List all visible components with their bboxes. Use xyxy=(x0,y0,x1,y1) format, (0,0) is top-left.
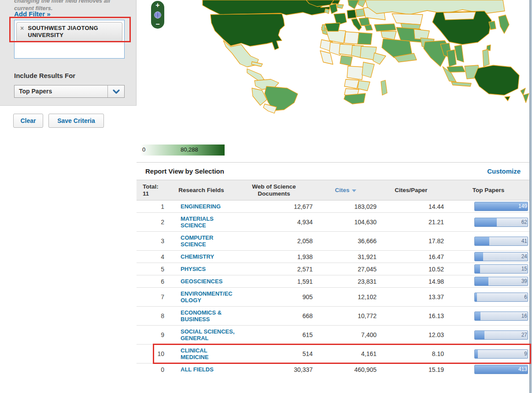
research-field-link[interactable]: COMPUTER SCIENCE xyxy=(181,232,235,250)
add-filter-link[interactable]: Add Filter » xyxy=(14,10,51,18)
table-row: 4CHEMISTRY1,93831,92116.4724 xyxy=(137,250,532,263)
research-field-link[interactable]: PHYSICS xyxy=(181,263,235,275)
cites-per-paper-cell: 17.82 xyxy=(377,237,445,245)
column-header-cites-per-paper[interactable]: Cites/Paper xyxy=(377,184,445,196)
top-papers-cell: 149 xyxy=(445,202,532,211)
field-cell: ENVIRONMENT/ECOLOGY xyxy=(168,288,234,306)
top-papers-bar-fill xyxy=(475,265,480,273)
top-papers-value: 9 xyxy=(524,351,527,357)
cites-cell: 36,666 xyxy=(314,237,377,245)
filter-tag[interactable]: × SOUTHWEST JIAOTONG UNIVERSITY xyxy=(16,22,122,42)
cites-cell: 23,831 xyxy=(314,278,377,285)
cites-per-paper-cell: 10.52 xyxy=(377,266,445,273)
legend-max-label: 80,288 xyxy=(181,146,198,153)
sort-desc-icon xyxy=(352,189,356,192)
top-papers-bar-fill xyxy=(475,252,483,261)
active-filter-box[interactable]: × SOUTHWEST JIAOTONG UNIVERSITY xyxy=(14,20,125,59)
wos-documents-cell: 2,058 xyxy=(234,237,314,245)
remove-filter-icon[interactable]: × xyxy=(20,25,24,32)
research-field-link[interactable]: ENVIRONMENT/ECOLOGY xyxy=(181,288,235,306)
table-row: 6GEOSCIENCES1,59123,83114.9839 xyxy=(137,275,532,287)
top-papers-cell: 62 xyxy=(445,218,532,227)
results-type-dropdown[interactable]: Top Papers xyxy=(14,85,125,98)
world-map-pane: + − 0 80,288 xyxy=(137,0,532,162)
research-field-link[interactable]: MATERIALS SCIENCE xyxy=(181,213,235,231)
top-papers-cell: 15 xyxy=(445,264,532,274)
top-papers-value: 16 xyxy=(521,313,527,319)
research-field-link[interactable]: CHEMISTRY xyxy=(181,251,235,263)
include-results-for-label: Include Results For xyxy=(14,72,75,79)
map-color-legend: 0 80,288 xyxy=(140,145,225,156)
top-papers-cell: 27 xyxy=(445,330,532,340)
clear-button[interactable]: Clear xyxy=(13,114,43,128)
column-header-wos-documents[interactable]: Web of Science Documents xyxy=(234,181,314,200)
research-field-link[interactable]: CLINICAL MEDICINE xyxy=(181,345,235,363)
top-papers-bar[interactable]: 413 xyxy=(474,365,528,374)
dropdown-button[interactable] xyxy=(107,85,124,97)
map-zoom-in-button[interactable]: + xyxy=(155,2,159,8)
top-papers-bar[interactable]: 24 xyxy=(474,252,528,261)
vertical-scrollbar[interactable] xyxy=(529,0,532,393)
top-papers-bar[interactable]: 149 xyxy=(474,202,528,211)
world-map-svg[interactable] xyxy=(137,0,532,161)
column-header-cites[interactable]: Cites xyxy=(314,184,377,196)
column-header-research-fields[interactable]: Research Fields xyxy=(168,184,234,196)
cites-per-paper-cell: 14.44 xyxy=(377,203,445,210)
top-papers-value: 6 xyxy=(524,294,527,300)
customize-link[interactable]: Customize xyxy=(487,167,532,175)
cites-cell: 27,045 xyxy=(314,266,377,273)
top-papers-bar[interactable]: 16 xyxy=(474,311,528,321)
rank-cell: 5 xyxy=(137,266,168,273)
research-field-link[interactable]: SOCIAL SCIENCES, GENERAL xyxy=(181,326,235,344)
top-papers-value: 149 xyxy=(518,203,527,209)
top-papers-bar[interactable]: 6 xyxy=(474,293,528,302)
cites-cell: 7,400 xyxy=(314,331,377,338)
cites-per-paper-cell: 16.13 xyxy=(377,312,445,319)
cites-cell: 12,102 xyxy=(314,293,377,300)
field-cell: MATERIALS SCIENCE xyxy=(168,213,234,231)
top-papers-bar[interactable]: 27 xyxy=(474,330,528,340)
research-field-link[interactable]: ENGINEERING xyxy=(181,200,235,212)
wos-documents-cell: 4,934 xyxy=(234,219,314,226)
top-papers-cell: 6 xyxy=(445,293,532,302)
cites-cell: 104,630 xyxy=(314,219,377,226)
top-papers-cell: 413 xyxy=(445,365,532,374)
top-papers-bar[interactable]: 41 xyxy=(474,237,528,246)
field-cell: ECONOMICS & BUSINESS xyxy=(168,307,234,325)
research-field-link[interactable]: GEOSCIENCES xyxy=(181,275,235,287)
filters-sidebar: changing the filter field removes all cu… xyxy=(0,0,137,393)
map-zoom-control[interactable]: + − xyxy=(151,1,164,29)
top-papers-bar-fill xyxy=(475,237,489,245)
table-row: 3COMPUTER SCIENCE2,05836,66617.8241 xyxy=(137,231,532,250)
filters-panel: changing the filter field removes all cu… xyxy=(0,0,137,106)
save-criteria-button[interactable]: Save Criteria xyxy=(48,114,104,128)
top-papers-bar[interactable]: 39 xyxy=(474,277,528,286)
map-zoom-out-button[interactable]: − xyxy=(155,21,159,27)
wos-documents-cell: 668 xyxy=(234,312,314,319)
top-papers-bar-fill xyxy=(475,331,484,339)
cites-per-paper-cell: 8.10 xyxy=(377,350,445,357)
table-row: 7ENVIRONMENT/ECOLOGY90512,10213.376 xyxy=(137,287,532,306)
research-field-link[interactable]: ALL FIELDS xyxy=(181,363,235,375)
chevron-down-icon xyxy=(113,89,120,94)
rank-cell: 9 xyxy=(137,331,168,338)
top-papers-bar-fill xyxy=(475,218,497,226)
research-field-link[interactable]: ECONOMICS & BUSINESS xyxy=(181,307,235,325)
cites-cell: 460,905 xyxy=(314,366,377,373)
top-papers-bar[interactable]: 15 xyxy=(474,264,528,274)
cites-cell: 183,029 xyxy=(314,203,377,210)
top-papers-bar[interactable]: 9 xyxy=(474,349,528,359)
globe-icon[interactable] xyxy=(154,11,162,19)
rank-cell: 3 xyxy=(137,237,168,245)
cites-cell: 10,772 xyxy=(314,312,377,319)
top-papers-bar-fill xyxy=(475,277,488,285)
cites-per-paper-cell: 13.37 xyxy=(377,293,445,300)
cites-cell: 31,921 xyxy=(314,253,377,260)
rank-cell: 10 xyxy=(137,350,168,357)
wos-documents-cell: 12,677 xyxy=(234,203,314,210)
top-papers-bar[interactable]: 62 xyxy=(474,218,528,227)
rank-cell: 1 xyxy=(137,203,168,210)
cites-per-paper-cell: 16.47 xyxy=(377,253,445,260)
column-header-top-papers[interactable]: Top Papers xyxy=(445,184,532,196)
rank-cell: 6 xyxy=(137,278,168,285)
